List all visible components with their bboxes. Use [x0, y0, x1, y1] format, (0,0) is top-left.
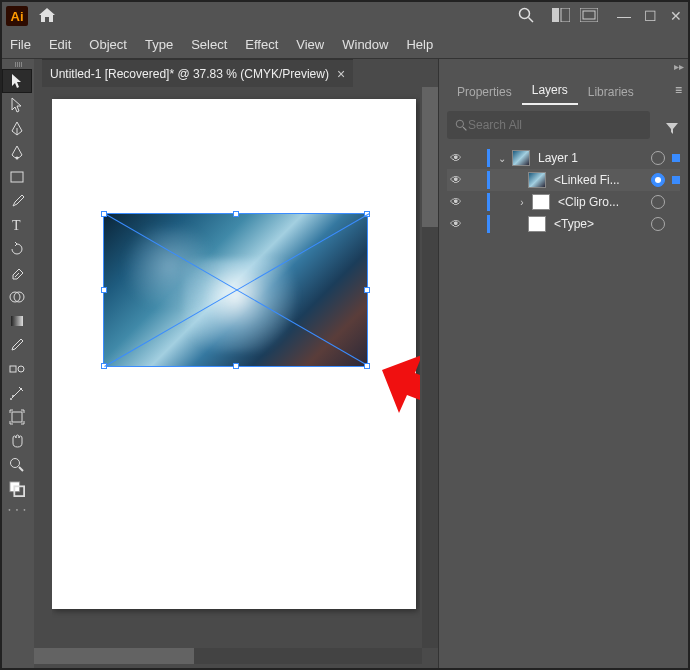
edit-toolbar-icon[interactable]: ● ● ● — [2, 507, 34, 512]
menu-bar: File Edit Object Type Select Effect View… — [2, 30, 688, 58]
horizontal-scrollbar[interactable] — [34, 648, 422, 664]
document-tab-title: Untitled-1 [Recovered]* @ 37.83 % (CMYK/… — [50, 67, 329, 81]
layer-name[interactable]: Layer 1 — [534, 151, 647, 165]
menu-effect[interactable]: Effect — [245, 37, 278, 52]
svg-point-15 — [10, 398, 12, 400]
svg-rect-12 — [10, 366, 16, 372]
hand-tool[interactable] — [2, 429, 32, 453]
panel-tab-strip: Properties Layers Libraries — [439, 75, 688, 105]
target-icon[interactable] — [651, 195, 665, 209]
close-button[interactable]: ✕ — [668, 8, 684, 24]
layer-thumbnail — [528, 172, 546, 188]
menu-select[interactable]: Select — [191, 37, 227, 52]
shape-builder-tool[interactable] — [2, 285, 32, 309]
right-panel: ▸▸ Properties Layers Libraries ≡ 👁 ⌄ — [438, 58, 688, 668]
layer-name[interactable]: <Clip Gro... — [554, 195, 647, 209]
svg-rect-7 — [11, 172, 23, 182]
artboard-tool[interactable] — [2, 405, 32, 429]
blend-tool[interactable] — [2, 357, 32, 381]
target-icon[interactable] — [651, 151, 665, 165]
tab-libraries[interactable]: Libraries — [578, 79, 644, 105]
annotation-arrow-icon — [377, 355, 420, 415]
layer-name[interactable]: <Type> — [550, 217, 647, 231]
selection-indicator — [672, 154, 680, 162]
target-icon[interactable] — [651, 217, 665, 231]
rotate-tool[interactable] — [2, 237, 32, 261]
tab-properties[interactable]: Properties — [447, 79, 522, 105]
eraser-tool[interactable] — [2, 261, 32, 285]
svg-rect-2 — [552, 8, 559, 22]
symbol-sprayer-tool[interactable] — [2, 381, 32, 405]
layer-row[interactable]: 👁 › <Clip Gro... — [447, 191, 680, 213]
svg-rect-11 — [11, 316, 23, 326]
svg-text:T: T — [12, 218, 21, 233]
svg-point-0 — [520, 8, 530, 18]
direct-selection-tool[interactable] — [2, 93, 32, 117]
menu-view[interactable]: View — [296, 37, 324, 52]
disclosure-icon[interactable]: ⌄ — [496, 153, 508, 164]
menu-edit[interactable]: Edit — [49, 37, 71, 52]
curvature-tool[interactable] — [2, 141, 32, 165]
layer-thumbnail — [512, 150, 530, 166]
menu-window[interactable]: Window — [342, 37, 388, 52]
window-control-buttons: — ☐ ✕ — [616, 8, 684, 24]
svg-rect-16 — [12, 412, 22, 422]
search-icon[interactable] — [518, 7, 534, 26]
menu-file[interactable]: File — [10, 37, 31, 52]
maximize-button[interactable]: ☐ — [642, 8, 658, 24]
app-logo: Ai — [6, 6, 28, 26]
svg-point-17 — [11, 459, 20, 468]
screen-mode-icon[interactable] — [580, 8, 598, 25]
svg-point-6 — [16, 157, 19, 160]
linked-image[interactable] — [103, 213, 368, 367]
arrange-docs-icon[interactable] — [552, 8, 570, 25]
layer-search-field[interactable] — [447, 111, 650, 139]
disclosure-icon[interactable]: › — [516, 197, 528, 208]
filter-icon[interactable] — [664, 120, 680, 139]
menu-type[interactable]: Type — [145, 37, 173, 52]
document-tab-strip: Untitled-1 [Recovered]* @ 37.83 % (CMYK/… — [34, 59, 438, 87]
svg-point-14 — [12, 395, 14, 397]
type-tool[interactable]: T — [2, 213, 32, 237]
svg-rect-3 — [561, 8, 570, 22]
visibility-toggle-icon[interactable]: 👁 — [447, 173, 465, 187]
artboard — [52, 99, 416, 609]
layer-search-input[interactable] — [468, 118, 642, 132]
title-bar: Ai — ☐ ✕ — [2, 2, 688, 30]
svg-line-22 — [463, 127, 466, 130]
panel-menu-icon[interactable]: ≡ — [675, 83, 682, 97]
fill-stroke-swatch[interactable] — [2, 477, 32, 501]
menu-help[interactable]: Help — [406, 37, 433, 52]
visibility-toggle-icon[interactable]: 👁 — [447, 151, 465, 165]
collapse-panel-icon[interactable]: ▸▸ — [674, 61, 684, 72]
layer-row[interactable]: 👁 <Type> — [447, 213, 680, 235]
layer-name[interactable]: <Linked Fi... — [550, 173, 647, 187]
document-area: Untitled-1 [Recovered]* @ 37.83 % (CMYK/… — [34, 58, 438, 668]
gradient-tool[interactable] — [2, 309, 32, 333]
minimize-button[interactable]: — — [616, 8, 632, 24]
vertical-scrollbar[interactable] — [422, 87, 438, 648]
layer-row[interactable]: 👁 ⌄ Layer 1 — [447, 147, 680, 169]
home-icon[interactable] — [38, 7, 56, 26]
selection-tool[interactable] — [2, 69, 32, 93]
layer-thumbnail — [532, 194, 550, 210]
document-tab[interactable]: Untitled-1 [Recovered]* @ 37.83 % (CMYK/… — [42, 59, 353, 87]
visibility-toggle-icon[interactable]: 👁 — [447, 217, 465, 231]
selection-indicator — [672, 176, 680, 184]
menu-object[interactable]: Object — [89, 37, 127, 52]
close-tab-icon[interactable]: × — [337, 66, 345, 82]
canvas[interactable] — [52, 87, 420, 658]
panel-grip-icon[interactable] — [2, 59, 34, 69]
pen-tool[interactable] — [2, 117, 32, 141]
svg-line-18 — [19, 467, 23, 471]
tab-layers[interactable]: Layers — [522, 77, 578, 105]
zoom-tool[interactable] — [2, 453, 32, 477]
rectangle-tool[interactable] — [2, 165, 32, 189]
toolbar: T ● ● ● — [2, 58, 34, 668]
layer-thumbnail — [528, 216, 546, 232]
eyedropper-tool[interactable] — [2, 333, 32, 357]
paintbrush-tool[interactable] — [2, 189, 32, 213]
layer-row[interactable]: 👁 <Linked Fi... — [447, 169, 680, 191]
visibility-toggle-icon[interactable]: 👁 — [447, 195, 465, 209]
target-icon[interactable] — [651, 173, 665, 187]
